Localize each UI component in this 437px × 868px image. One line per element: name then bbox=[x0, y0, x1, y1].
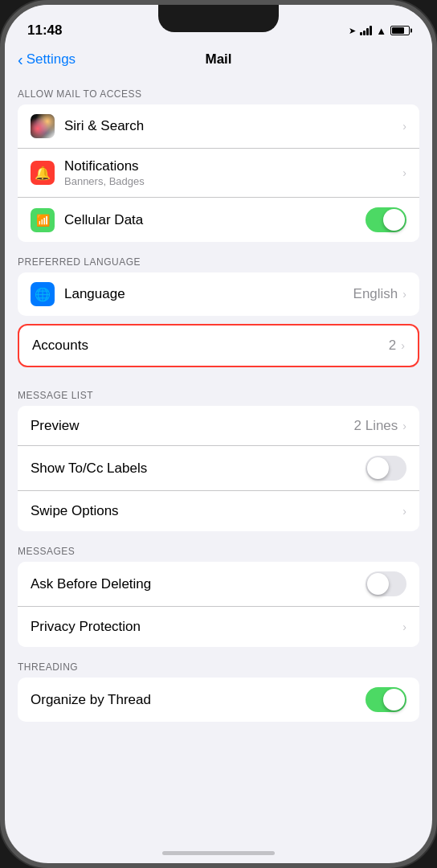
settings-group-messages: Ask Before Deleting Privacy Protection › bbox=[18, 562, 419, 647]
language-value: English bbox=[353, 286, 398, 302]
row-notifications[interactable]: 🔔 Notifications Banners, Badges › bbox=[18, 149, 419, 198]
organize-by-thread-content: Organize by Thread bbox=[31, 692, 366, 708]
phone-frame: 11:48 ➤ ▲ ‹ bbox=[0, 0, 437, 868]
preview-value: 2 Lines bbox=[354, 418, 398, 434]
show-tocc-content: Show To/Cc Labels bbox=[31, 461, 366, 477]
accounts-content: Accounts bbox=[32, 338, 389, 354]
phone-screen: 11:48 ➤ ▲ ‹ bbox=[5, 5, 432, 863]
wifi-icon: ▲ bbox=[376, 25, 386, 37]
language-icon: 🌐 bbox=[31, 282, 55, 306]
ask-before-deleting-content: Ask Before Deleting bbox=[31, 576, 366, 592]
content-scroll[interactable]: ALLOW MAIL TO ACCESS Siri & Search › 🔔 bbox=[5, 74, 432, 852]
swipe-options-content: Swipe Options bbox=[31, 503, 402, 519]
back-chevron-icon: ‹ bbox=[18, 51, 23, 69]
show-tocc-toggle-knob bbox=[367, 457, 389, 479]
settings-group-threading: Organize by Thread bbox=[18, 678, 419, 722]
section-header-allow-mail: ALLOW MAIL TO ACCESS bbox=[5, 74, 432, 104]
show-tocc-title: Show To/Cc Labels bbox=[31, 461, 366, 477]
swipe-options-title: Swipe Options bbox=[31, 503, 402, 519]
siri-search-title: Siri & Search bbox=[64, 118, 402, 134]
settings-group-allow-mail: Siri & Search › 🔔 Notifications Banners,… bbox=[18, 104, 419, 242]
notifications-chevron-icon: › bbox=[402, 166, 406, 179]
row-ask-before-deleting[interactable]: Ask Before Deleting bbox=[18, 562, 419, 607]
notifications-subtitle: Banners, Badges bbox=[64, 175, 402, 187]
language-title: Language bbox=[64, 286, 353, 302]
back-label: Settings bbox=[27, 51, 76, 68]
preview-content: Preview bbox=[31, 418, 354, 434]
ask-before-deleting-title: Ask Before Deleting bbox=[31, 576, 366, 592]
status-icons: ➤ ▲ bbox=[349, 25, 410, 37]
organize-by-thread-toggle-knob bbox=[383, 689, 405, 710]
section-header-message-list: MESSAGE LIST bbox=[5, 375, 432, 406]
privacy-protection-chevron-icon: › bbox=[402, 620, 406, 633]
settings-group-language: 🌐 Language English › bbox=[18, 272, 419, 316]
back-button[interactable]: ‹ Settings bbox=[18, 51, 76, 69]
notifications-icon: 🔔 bbox=[31, 161, 55, 185]
language-content: Language bbox=[64, 286, 353, 302]
cellular-toggle[interactable] bbox=[366, 207, 406, 232]
siri-icon bbox=[31, 114, 55, 138]
preview-chevron-icon: › bbox=[402, 420, 406, 432]
preview-title: Preview bbox=[31, 418, 354, 434]
settings-group-message-list: Preview 2 Lines › Show To/Cc Labels bbox=[18, 406, 419, 531]
bell-icon: 🔔 bbox=[35, 166, 51, 181]
row-language[interactable]: 🌐 Language English › bbox=[18, 272, 419, 316]
accounts-chevron-icon: › bbox=[401, 339, 405, 352]
signal-bars-icon bbox=[360, 26, 372, 35]
section-header-messages: MESSAGES bbox=[5, 531, 432, 562]
siri-search-content: Siri & Search bbox=[64, 118, 402, 134]
ask-before-deleting-toggle-knob bbox=[367, 573, 389, 595]
section-allow-mail: ALLOW MAIL TO ACCESS Siri & Search › 🔔 bbox=[5, 74, 432, 242]
page-title: Mail bbox=[205, 51, 231, 68]
cellular-title: Cellular Data bbox=[64, 212, 366, 228]
section-header-language: PREFERRED LANGUAGE bbox=[5, 242, 432, 272]
cellular-toggle-knob bbox=[383, 209, 405, 231]
organize-by-thread-title: Organize by Thread bbox=[31, 692, 366, 708]
section-header-threading: THREADING bbox=[5, 647, 432, 678]
location-icon: ➤ bbox=[349, 26, 356, 36]
organize-by-thread-toggle[interactable] bbox=[366, 687, 406, 712]
globe-icon: 🌐 bbox=[35, 287, 51, 302]
section-message-list: MESSAGE LIST Preview 2 Lines › Show To/C… bbox=[5, 375, 432, 531]
swipe-options-chevron-icon: › bbox=[402, 505, 406, 518]
home-indicator bbox=[162, 851, 275, 855]
ask-before-deleting-toggle[interactable] bbox=[366, 571, 406, 596]
accounts-title: Accounts bbox=[32, 338, 389, 354]
notch bbox=[158, 5, 279, 32]
section-threading: THREADING Organize by Thread bbox=[5, 647, 432, 722]
accounts-value: 2 bbox=[389, 338, 396, 354]
cellular-icon: 📶 bbox=[31, 208, 55, 232]
privacy-protection-title: Privacy Protection bbox=[31, 619, 402, 635]
row-siri-search[interactable]: Siri & Search › bbox=[18, 104, 419, 149]
notifications-title: Notifications bbox=[64, 158, 402, 174]
notifications-content: Notifications Banners, Badges bbox=[64, 158, 402, 187]
cellular-signal-icon: 📶 bbox=[36, 214, 50, 227]
status-time: 11:48 bbox=[27, 23, 62, 39]
battery-icon bbox=[390, 26, 410, 35]
row-privacy-protection[interactable]: Privacy Protection › bbox=[18, 607, 419, 647]
row-preview[interactable]: Preview 2 Lines › bbox=[18, 406, 419, 446]
section-messages: MESSAGES Ask Before Deleting bbox=[5, 531, 432, 647]
row-cellular-data[interactable]: 📶 Cellular Data bbox=[18, 198, 419, 242]
accounts-section: Accounts 2 › bbox=[18, 324, 419, 367]
row-organize-by-thread[interactable]: Organize by Thread bbox=[18, 678, 419, 722]
section-preferred-language: PREFERRED LANGUAGE 🌐 Language English › bbox=[5, 242, 432, 316]
privacy-protection-content: Privacy Protection bbox=[31, 619, 402, 635]
nav-bar: ‹ Settings Mail bbox=[5, 45, 432, 74]
battery-fill bbox=[392, 27, 404, 34]
show-tocc-toggle[interactable] bbox=[366, 456, 406, 481]
row-swipe-options[interactable]: Swipe Options › bbox=[18, 491, 419, 531]
cellular-content: Cellular Data bbox=[64, 212, 366, 228]
siri-search-chevron-icon: › bbox=[402, 120, 406, 133]
language-chevron-icon: › bbox=[402, 288, 406, 301]
row-accounts[interactable]: Accounts 2 › bbox=[18, 324, 419, 367]
row-show-tocc[interactable]: Show To/Cc Labels bbox=[18, 446, 419, 491]
